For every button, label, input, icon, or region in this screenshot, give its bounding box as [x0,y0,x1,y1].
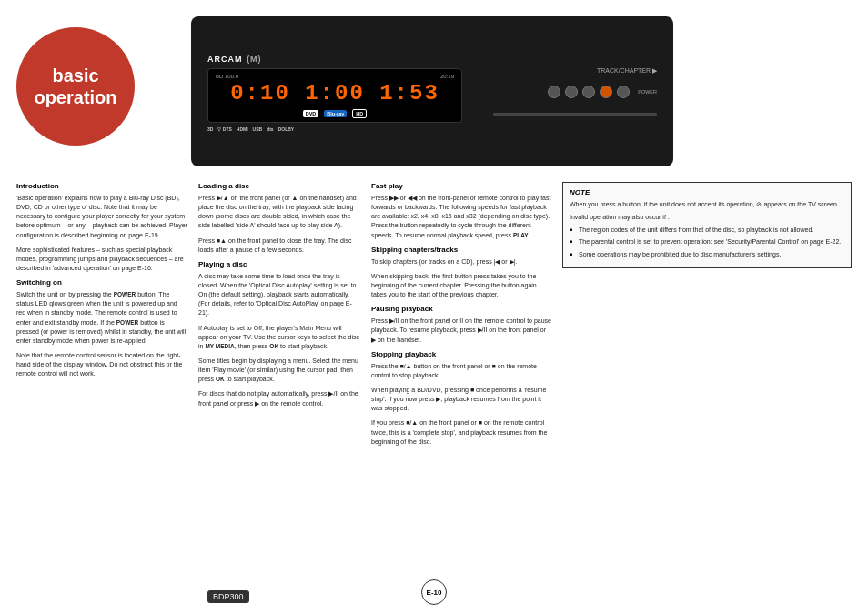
section-label-text: basicoperation [34,65,116,108]
device-left-panel: ARCAM (M) BD 100.0 20:19 0:10 1:00 1:53 … [207,51,462,132]
note-item-2: The parental control is set to prevent o… [570,237,844,247]
content-area: Introduction 'Basic operation' explains … [16,182,852,598]
display-time: 0:10 1:00 1:53 [230,81,439,106]
column-3: Fast play Press ▶▶ or ◀◀ on the front-pa… [371,182,562,598]
skipping-title: Skipping chapters/tracks [371,246,551,254]
introduction-title: Introduction [16,182,187,190]
button-4 [600,86,612,98]
pausing-title: Pausing playback [371,305,551,313]
column-4: NOTE When you press a button, if the uni… [562,182,852,598]
bluray-badge: Blu-ray [324,110,347,117]
playing-disc-para-3: Some titles begin by displaying a menu. … [198,357,360,384]
stopping-para-1: Press the ■/▲ button on the front panel … [371,362,551,380]
usb-logo: USB [253,126,263,132]
loading-disc-title: Loading a disc [198,182,360,190]
device-control-buttons: POWER [548,86,657,98]
note-body: When you press a button, if the unit doe… [570,200,844,209]
page-number: E-10 [421,579,447,605]
playing-disc-para-1: A disc may take some time to load once t… [198,272,360,318]
hdmi-logo: HDMI [237,126,248,132]
button-2 [565,86,578,98]
disc-slot [493,113,657,116]
switching-on-title: Switching on [16,278,187,287]
device-right-panel: TRACK/CHAPTER ▶ POWER [493,67,657,116]
introduction-para-2: More sophisticated features – such as sp… [16,246,187,273]
fast-play-para: Press ▶▶ or ◀◀ on the front-panel or rem… [371,194,551,240]
dts-logo: ▽ DTS [217,126,231,132]
display-format-badges: DVD Blu-ray HD [303,109,368,118]
device-image: ARCAM (M) BD 100.0 20:19 0:10 1:00 1:53 … [191,16,673,166]
power-label: POWER [638,89,657,95]
device-display: BD 100.0 20:19 0:10 1:00 1:53 DVD Blu-ra… [207,68,462,123]
stopping-title: Stopping playback [371,350,551,358]
introduction-para-1: 'Basic operation' explains how to play a… [16,194,187,240]
pausing-para: Press ▶/II on the front panel or II on t… [371,317,551,344]
device-logo: ARCAM (M) [207,51,462,65]
playing-disc-para-2: If Autoplay is set to Off, the player's … [198,324,360,351]
section-label-circle: basicoperation [16,27,135,146]
fast-play-title: Fast play [371,182,551,190]
playing-disc-para-4: For discs that do not play automatically… [198,389,360,408]
note-list: The region codes of the unit differs fro… [570,226,844,258]
3d-logo: 3D [207,126,213,132]
note-title: NOTE [570,188,844,196]
column-2: Loading a disc Press ▶/▲ on the front pa… [198,182,371,598]
note-item-3: Some operations may be prohibited due to… [570,250,844,259]
dts2-logo: dts [267,126,274,132]
switching-on-para-1: Switch the unit on by pressing the POWER… [16,290,187,346]
tech-logos: 3D ▽ DTS HDMI USB dts DOLBY [207,126,462,132]
dolby-logo: DOLBY [278,126,295,132]
playing-disc-title: Playing a disc [198,260,360,268]
skipping-para-1: To skip chapters (or tracks on a CD), pr… [371,257,551,267]
note-item-1: The region codes of the unit differs fro… [570,226,844,235]
note-invalid-label: Invalid operation may also occur if : [570,213,844,222]
track-counter: TRACK/CHAPTER ▶ [597,67,657,75]
stopping-para-3: If you press ■/▲ on the front panel or ■… [371,418,551,446]
loading-disc-para-2: Press ■▲ on the front panel to close the… [198,237,360,255]
hd-badge: HD [352,109,367,118]
button-3 [582,86,595,98]
display-top-info: BD 100.0 20:19 [216,74,454,79]
skipping-para-2: When skipping back, the first button pre… [371,272,551,299]
column-1: Introduction 'Basic operation' explains … [16,182,198,598]
note-box: NOTE When you press a button, if the uni… [562,182,852,268]
button-1 [548,86,560,98]
stopping-para-2: When playing a BD/DVD, pressing ■ once p… [371,386,551,413]
button-5 [617,86,630,98]
dvd-badge: DVD [303,110,319,117]
loading-disc-para-1: Press ▶/▲ on the front panel (or ▲ on th… [198,194,360,231]
switching-on-para-2: Note that the remote control sensor is l… [16,351,187,378]
